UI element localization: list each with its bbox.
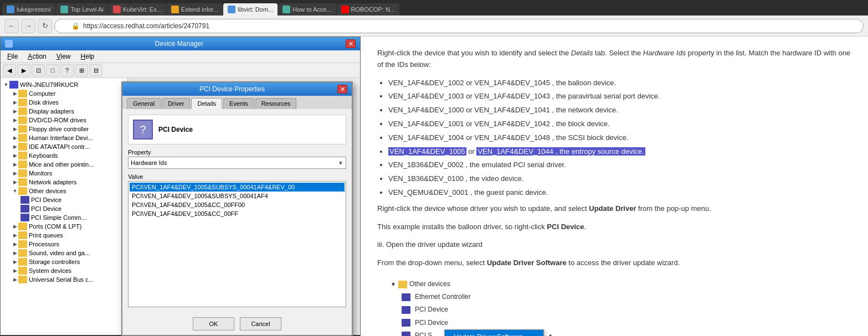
- expand-icon-other: ▼: [12, 188, 18, 194]
- tree-item-computer[interactable]: ▶ Computer: [1, 89, 127, 98]
- folder-icon-ide: [18, 143, 27, 151]
- context-menu-item-update[interactable]: Update Driver Software...: [445, 330, 543, 336]
- toolbar-btn-2[interactable]: ▶: [17, 64, 30, 76]
- pcidev-row-2: PCI Device: [399, 317, 851, 329]
- value-list[interactable]: PCI\VEN_1AF4&DEV_1005&SUBSYS_00041AF4&RE…: [128, 181, 346, 307]
- tab-details[interactable]: Details: [191, 98, 222, 109]
- folder-icon-keyboards: [18, 152, 27, 159]
- cancel-button[interactable]: Cancel: [240, 317, 281, 330]
- toolbar-btn-4[interactable]: □: [46, 64, 59, 76]
- tree-root[interactable]: ▼ WIN-JNEU79RKUCR: [1, 80, 127, 89]
- other-devices-children: Ethernet Controller PCI Device PCI Devic…: [399, 291, 851, 336]
- menu-file[interactable]: File: [3, 51, 22, 61]
- expand-icon-hid: ▶: [12, 135, 18, 141]
- toolbar-btn-3[interactable]: ⊡: [32, 64, 45, 76]
- tab-robocop[interactable]: ROBOCOP: N...: [337, 3, 399, 15]
- address-text: https://access.redhat.com/articles/24707…: [83, 22, 209, 30]
- expand-icon-display: ▶: [12, 108, 18, 115]
- address-bar[interactable]: 🔒 https://access.redhat.com/articles/247…: [54, 19, 864, 33]
- expand-icon-disk: ▶: [12, 99, 18, 106]
- tree-item-pci2[interactable]: PCI Device: [1, 204, 127, 213]
- tree-item-hid[interactable]: ▶ Human Interface Devi...: [1, 133, 127, 142]
- folder-icon-disk: [18, 99, 27, 106]
- tab-driver[interactable]: Driver: [162, 98, 190, 109]
- tree-item-system[interactable]: ▶ System devices: [1, 266, 127, 275]
- tree-item-processors[interactable]: ▶ Processors: [1, 240, 127, 249]
- tree-item-ide[interactable]: ▶ IDE ATA/ATAPI contr...: [1, 142, 127, 151]
- id-item-4: VEN_1AF4&DEV_1004 or VEN_1AF4&DEV_1048 ,…: [388, 132, 851, 144]
- pcis-label: PCI S...: [415, 330, 438, 336]
- pci-dialog: PCI Device Properties ✕ General Driver D…: [121, 81, 353, 336]
- pci-device-header: ? PCI Device: [128, 115, 346, 144]
- ok-button[interactable]: OK: [193, 317, 234, 330]
- tree-item-dvd[interactable]: ▶ DVD/CD-ROM drives: [1, 116, 127, 125]
- label-hid: Human Interface Devi...: [29, 135, 93, 141]
- expand-icon-floppy: ▶: [12, 126, 18, 132]
- expand-icon: ▶: [12, 90, 18, 97]
- back-button[interactable]: ←: [4, 19, 19, 33]
- dm-close-button[interactable]: ✕: [346, 39, 356, 48]
- tab-lukejpreston[interactable]: lukejpreston/: [2, 3, 55, 15]
- value-item-0[interactable]: PCI\VEN_1AF4&DEV_1005&SUBSYS_00041AF4&RE…: [130, 183, 345, 192]
- pci-footer: OK Cancel: [122, 313, 352, 335]
- root-expand-icon: ▼: [3, 81, 9, 88]
- toolbar-btn-5[interactable]: ?: [60, 64, 74, 76]
- pci-device-bold: PCI Device: [547, 223, 584, 231]
- pci-close-button[interactable]: ✕: [337, 85, 347, 94]
- tree-item-ports[interactable]: ▶ Ports (COM & LPT): [1, 222, 127, 231]
- tab-toplevel[interactable]: Top Level Ai: [56, 3, 107, 15]
- article-para4: iii. Open the driver update wizard: [377, 239, 851, 251]
- label-other: Other devices: [29, 188, 66, 194]
- menu-view[interactable]: View: [52, 51, 75, 61]
- value-item-3[interactable]: PCI\VEN_1AF4&DEV_1005&CC_00FF: [130, 209, 345, 218]
- property-dropdown[interactable]: Hardware Ids ▼: [128, 157, 346, 169]
- tab-resources[interactable]: Resources: [255, 98, 297, 109]
- value-item-1[interactable]: PCI\VEN_1AF4&DEV_1005&SUBSYS_00041AF4: [130, 192, 345, 200]
- folder-icon-dvd: [18, 116, 27, 124]
- tree-item-sound[interactable]: ▶ Sound, video and ga...: [1, 249, 127, 257]
- id-item-3: VEN_1AF4&DEV_1001 or VEN_1AF4&DEV_1042 ,…: [388, 118, 851, 130]
- value-section: Value PCI\VEN_1AF4&DEV_1005&SUBSYS_00041…: [128, 173, 346, 307]
- tree-item-other[interactable]: ▼ Other devices: [1, 187, 127, 195]
- tree-item-network[interactable]: ▶ Network adapters: [1, 178, 127, 187]
- pcis-row: PCI S...: [399, 329, 440, 336]
- folder-icon-other: [18, 187, 27, 195]
- tab-howtoaccess[interactable]: How to Acce...: [278, 3, 336, 15]
- tree-item-pci1[interactable]: PCI Device: [1, 195, 127, 204]
- tree-item-storage[interactable]: ▶ Storage controllers: [1, 257, 127, 266]
- tree-item-print[interactable]: ▶ Print queues: [1, 231, 127, 240]
- tree-item-mice[interactable]: ▶ Mice and other pointin...: [1, 160, 127, 169]
- cursor-icon: ↖: [548, 330, 555, 336]
- value-item-2[interactable]: PCI\VEN_1AF4&DEV_1005&CC_00FF00: [130, 200, 345, 209]
- toolbar-btn-6[interactable]: ⊞: [75, 64, 88, 76]
- toolbar-btn-1[interactable]: ◀: [3, 64, 16, 76]
- menu-action[interactable]: Action: [23, 51, 50, 61]
- refresh-button[interactable]: ↻: [38, 19, 52, 33]
- tree-item-usb[interactable]: ▶ Universal Serial Bus c...: [1, 275, 127, 284]
- tab-events[interactable]: Events: [223, 98, 254, 109]
- tree-item-floppy[interactable]: ▶ Floppy drive controller: [1, 125, 127, 133]
- highlight-ven1005: VEN_1AF4&DEV_1005: [388, 147, 466, 156]
- tab-libvirt[interactable]: libvirt: Dom...: [223, 3, 278, 15]
- other-devices-folder-icon: [398, 281, 407, 288]
- folder-icon-display: [18, 107, 27, 115]
- tree-item-keyboards[interactable]: ▶ Keyboards: [1, 151, 127, 160]
- tab-kubevirt[interactable]: KubeVirt: Ex...: [109, 3, 166, 15]
- value-label: Value: [128, 173, 346, 180]
- folder-icon-hid: [18, 134, 27, 142]
- tree-item-pcisimple[interactable]: PCI Simple Comm...: [1, 213, 127, 222]
- device-icon-symbol: ?: [140, 123, 146, 136]
- dropdown-arrow-icon: ▼: [338, 160, 343, 166]
- tree-item-display[interactable]: ▶ Display adapters: [1, 107, 127, 116]
- pci-tabs: General Driver Details Events Resources: [122, 96, 352, 109]
- tree-item-monitors[interactable]: ▶ Monitors: [1, 169, 127, 178]
- tab-extend[interactable]: Extend infor...: [167, 3, 223, 15]
- tab-general[interactable]: General: [127, 98, 161, 109]
- tree-item-disk[interactable]: ▶ Disk drives: [1, 98, 127, 107]
- other-devices-label: Other devices: [409, 279, 450, 290]
- toolbar-btn-7[interactable]: ⊟: [89, 64, 102, 76]
- label-floppy: Floppy drive controller: [29, 126, 89, 132]
- forward-button[interactable]: →: [21, 19, 35, 33]
- label-display: Display adapters: [29, 108, 74, 115]
- menu-help[interactable]: Help: [76, 51, 99, 61]
